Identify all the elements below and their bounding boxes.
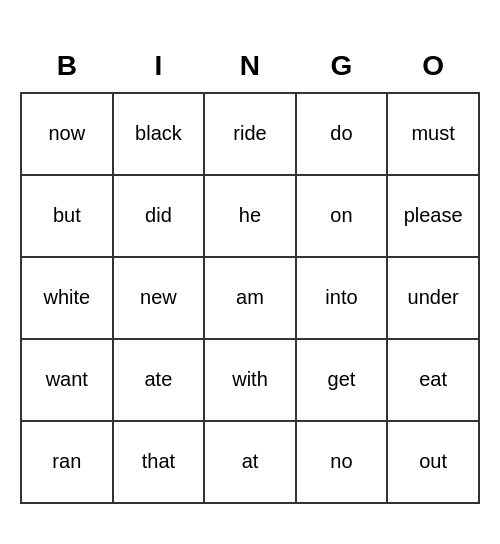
cell-r2-c3: into	[296, 257, 387, 339]
cell-r4-c0: ran	[21, 421, 113, 503]
cell-r3-c1: ate	[113, 339, 205, 421]
cell-r1-c4: please	[387, 175, 479, 257]
bingo-header-g: G	[296, 41, 387, 93]
table-row: nowblackridedomust	[21, 93, 479, 175]
cell-r4-c3: no	[296, 421, 387, 503]
table-row: wantatewithgeteat	[21, 339, 479, 421]
cell-r3-c2: with	[204, 339, 296, 421]
cell-r1-c1: did	[113, 175, 205, 257]
cell-r3-c0: want	[21, 339, 113, 421]
table-row: ranthatatnoout	[21, 421, 479, 503]
bingo-header-i: I	[113, 41, 205, 93]
bingo-header-n: N	[204, 41, 296, 93]
cell-r1-c0: but	[21, 175, 113, 257]
cell-r0-c0: now	[21, 93, 113, 175]
cell-r2-c2: am	[204, 257, 296, 339]
cell-r2-c1: new	[113, 257, 205, 339]
cell-r3-c3: get	[296, 339, 387, 421]
cell-r4-c2: at	[204, 421, 296, 503]
cell-r3-c4: eat	[387, 339, 479, 421]
bingo-card: BINGO nowblackridedomustbutdidheonplease…	[20, 41, 480, 504]
bingo-header-b: B	[21, 41, 113, 93]
cell-r1-c2: he	[204, 175, 296, 257]
cell-r0-c3: do	[296, 93, 387, 175]
cell-r0-c4: must	[387, 93, 479, 175]
table-row: whitenewamintounder	[21, 257, 479, 339]
cell-r4-c4: out	[387, 421, 479, 503]
cell-r2-c4: under	[387, 257, 479, 339]
cell-r1-c3: on	[296, 175, 387, 257]
cell-r4-c1: that	[113, 421, 205, 503]
cell-r0-c2: ride	[204, 93, 296, 175]
cell-r0-c1: black	[113, 93, 205, 175]
table-row: butdidheonplease	[21, 175, 479, 257]
cell-r2-c0: white	[21, 257, 113, 339]
bingo-header-o: O	[387, 41, 479, 93]
